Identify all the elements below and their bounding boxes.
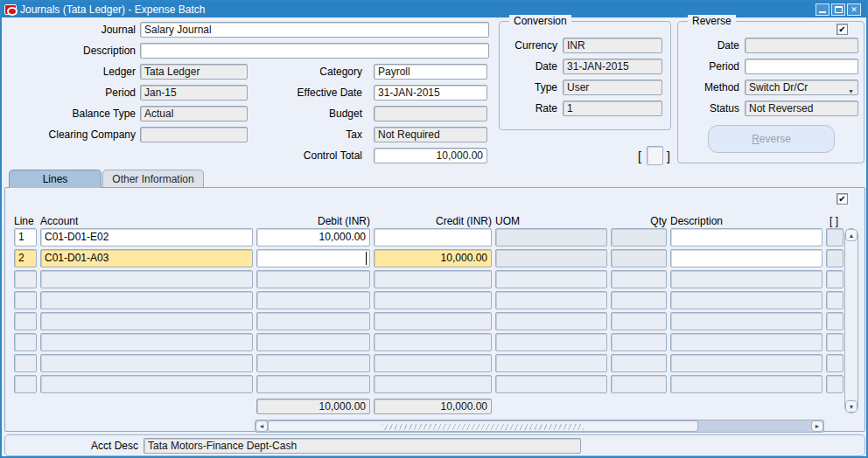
cell-credit[interactable]: 10,000.00	[374, 249, 492, 267]
cell-uom[interactable]	[495, 270, 607, 288]
header-flexfield[interactable]	[647, 146, 663, 165]
horizontal-scrollbar-thumb[interactable]	[268, 420, 698, 432]
scroll-right-button[interactable]: ►	[811, 420, 823, 432]
cell-uom[interactable]	[495, 375, 607, 393]
description-field[interactable]	[140, 43, 489, 59]
cell-debit[interactable]	[256, 249, 370, 267]
close-button[interactable]: ✕	[847, 3, 861, 16]
journal-field[interactable]: Salary Journal	[140, 22, 489, 38]
cell-credit[interactable]	[374, 270, 492, 288]
lines-select-checkbox[interactable]: ✔	[836, 193, 848, 205]
cell-account[interactable]	[40, 270, 253, 288]
cell-account[interactable]	[40, 312, 253, 330]
cell-line[interactable]	[14, 333, 37, 351]
cell-qty[interactable]	[611, 249, 667, 267]
tab-lines[interactable]: Lines	[9, 170, 102, 188]
cell-flex[interactable]	[826, 249, 844, 267]
cell-qty[interactable]	[611, 375, 667, 393]
maximize-button[interactable]	[831, 3, 845, 16]
reverse-button[interactable]: Reverse	[708, 125, 835, 153]
cell-qty[interactable]	[611, 333, 667, 351]
reverse-checkbox[interactable]: ✔	[836, 24, 848, 35]
table-row: 1C01-D01-E0210,000.00	[5, 228, 864, 249]
cell-credit[interactable]	[374, 354, 492, 372]
cell-flex[interactable]	[826, 228, 844, 246]
cell-description[interactable]	[670, 291, 822, 309]
cell-debit[interactable]: 10,000.00	[256, 228, 370, 246]
cell-line[interactable]	[14, 312, 37, 330]
effective-date-label: Effective Date	[275, 86, 362, 100]
cell-debit[interactable]	[256, 354, 370, 372]
flexfield-close-bracket: ]	[667, 148, 670, 165]
vertical-scrollbar[interactable]: ▲ ▼	[844, 228, 858, 413]
lines-region: ✔ Line Account Debit (INR) Credit (INR) …	[4, 187, 865, 432]
cell-flex[interactable]	[826, 291, 844, 309]
reverse-status-label: Status	[683, 101, 739, 115]
cell-account[interactable]	[40, 291, 253, 309]
cell-debit[interactable]	[256, 312, 370, 330]
cell-description[interactable]	[670, 249, 822, 267]
cell-line[interactable]: 2	[14, 249, 37, 267]
cell-account[interactable]	[40, 354, 253, 372]
cell-description[interactable]	[670, 270, 822, 288]
reverse-period-field[interactable]	[745, 59, 858, 74]
cell-flex[interactable]	[826, 312, 844, 330]
tab-other-information[interactable]: Other Information	[102, 170, 204, 188]
minimize-button[interactable]	[816, 3, 830, 16]
cell-uom[interactable]	[495, 291, 607, 309]
scroll-down-button[interactable]: ▼	[845, 400, 858, 413]
cell-flex[interactable]	[826, 333, 844, 351]
cell-uom[interactable]	[495, 333, 607, 351]
col-header-flexfield: [ ]	[830, 215, 838, 227]
cell-line[interactable]	[14, 375, 37, 393]
cell-credit[interactable]	[374, 291, 492, 309]
cell-line[interactable]: 1	[14, 228, 37, 246]
cell-flex[interactable]	[826, 270, 844, 288]
cell-account[interactable]	[40, 375, 253, 393]
cell-qty[interactable]	[611, 291, 667, 309]
cell-flex[interactable]	[826, 354, 844, 372]
conversion-group: Conversion Currency INR Date 31-JAN-2015…	[499, 21, 671, 130]
reverse-method-value: Switch Dr/Cr	[749, 81, 808, 94]
cell-credit[interactable]	[374, 228, 492, 246]
clearing-company-field	[140, 127, 248, 142]
cell-description[interactable]	[670, 312, 822, 330]
cell-line[interactable]	[14, 270, 37, 288]
scroll-up-button[interactable]: ▲	[845, 229, 858, 241]
cell-qty[interactable]	[611, 270, 667, 288]
debit-total-field: 10,000.00	[256, 399, 370, 414]
scroll-left-button[interactable]: ◄	[256, 420, 268, 432]
cell-qty[interactable]	[611, 228, 667, 246]
cell-description[interactable]	[670, 333, 822, 351]
cell-debit[interactable]	[256, 291, 370, 309]
category-field[interactable]: Payroll	[374, 64, 487, 80]
cell-account[interactable]: C01-D01-A03	[40, 249, 253, 267]
cell-account[interactable]	[40, 333, 253, 351]
cell-account[interactable]: C01-D01-E02	[40, 228, 253, 246]
reverse-date-label: Date	[683, 38, 739, 52]
col-header-uom: UOM	[495, 215, 607, 227]
control-total-field[interactable]: 10,000.00	[374, 148, 487, 163]
cell-description[interactable]	[670, 354, 822, 372]
cell-credit[interactable]	[374, 375, 492, 393]
balance-type-label: Balance Type	[19, 107, 136, 121]
cell-description[interactable]	[670, 228, 822, 246]
horizontal-scrollbar[interactable]: ◄ ►	[255, 420, 824, 433]
cell-debit[interactable]	[256, 333, 370, 351]
cell-flex[interactable]	[826, 375, 844, 393]
cell-line[interactable]	[14, 354, 37, 372]
effective-date-field[interactable]: 31-JAN-2015	[374, 85, 487, 101]
cell-qty[interactable]	[611, 354, 667, 372]
cell-uom[interactable]	[495, 312, 607, 330]
cell-uom[interactable]	[495, 354, 607, 372]
reverse-method-select[interactable]: Switch Dr/Cr ▼	[745, 80, 858, 95]
cell-credit[interactable]	[374, 312, 492, 330]
cell-credit[interactable]	[374, 333, 492, 351]
cell-debit[interactable]	[256, 375, 370, 393]
cell-uom[interactable]	[495, 249, 607, 267]
cell-description[interactable]	[670, 375, 822, 393]
cell-qty[interactable]	[611, 312, 667, 330]
cell-line[interactable]	[14, 291, 37, 309]
cell-debit[interactable]	[256, 270, 370, 288]
cell-uom[interactable]	[495, 228, 607, 246]
